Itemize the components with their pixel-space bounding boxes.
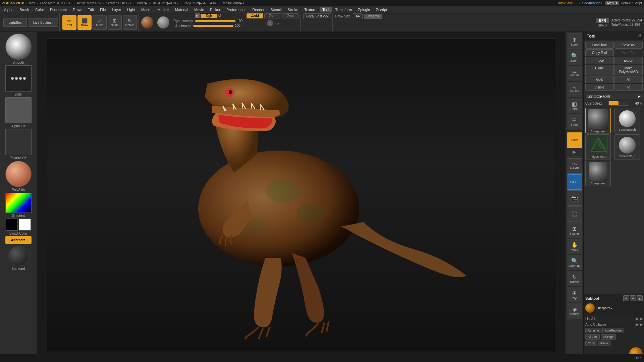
rotate-viewport-button[interactable]: ↻ Rotate (567, 271, 582, 286)
auto-collapse-arrow-left[interactable]: ▶ (640, 322, 643, 327)
menu-picker[interactable]: Picker (207, 7, 223, 12)
menus-button[interactable]: Menus (605, 1, 619, 5)
bpr-render-button[interactable]: BPR (596, 18, 609, 23)
edit-button[interactable]: ✏ Edit (62, 15, 76, 30)
focal-shift-control[interactable]: Focal Shift -55 (303, 13, 331, 19)
menu-movie[interactable]: Movie (192, 7, 207, 12)
menu-render[interactable]: Render (250, 7, 267, 12)
tool-cuerpotrex2[interactable]: Cuerpotrex (585, 161, 611, 186)
lightbox-tools-header[interactable]: Lightbox▶Tools ▶ (585, 94, 643, 99)
paste-button[interactable]: Paste (598, 341, 610, 346)
paste-tool-button[interactable]: Paste Tool (614, 49, 643, 56)
all-button[interactable]: All (614, 76, 643, 83)
visible-button[interactable]: Visible (585, 84, 614, 91)
draw-size-value[interactable]: 64 (353, 13, 363, 19)
tool-simplebrush[interactable]: SimpleBrush (614, 108, 640, 133)
aahalf-button[interactable]: ½ AAHalf (567, 82, 582, 97)
actual-button[interactable]: 1:1 Actual (567, 66, 582, 81)
tool-sphere3d1[interactable]: Sphere3D_1 (614, 134, 640, 160)
dynamic-button[interactable]: Dynamic (364, 14, 382, 19)
dots-preview[interactable] (5, 65, 32, 92)
see-through-button[interactable]: See-through 0 (582, 1, 603, 5)
zoom3d-button[interactable]: 🔍 Zoom3D (567, 255, 582, 270)
texture-thumbnail[interactable] (5, 129, 32, 155)
frame-button[interactable]: ⊞ Frame (567, 223, 582, 238)
copy-button[interactable]: Copy (585, 341, 597, 346)
tool-cuerpotrex[interactable]: Cuerpotrex (585, 108, 611, 133)
copy-tool-button[interactable]: Copy Tool (585, 49, 614, 56)
mrgb-toggle[interactable]: M (195, 13, 200, 18)
goz-button[interactable]: GoZ (585, 76, 614, 83)
clone-button[interactable]: Clone (585, 65, 614, 75)
polyskin-sphere[interactable] (5, 161, 32, 187)
menu-preferences[interactable]: Preferences (224, 7, 249, 12)
menu-tool[interactable]: Tool (320, 7, 332, 12)
material-sphere[interactable] (141, 16, 153, 28)
polyf-button[interactable]: ⊞ PolyF (567, 287, 582, 302)
rgb-intensity-slider[interactable] (195, 20, 235, 22)
menu-file[interactable]: File (97, 7, 109, 12)
menu-transform[interactable]: Transform (332, 7, 355, 12)
gradient-box[interactable] (5, 193, 32, 213)
alpha-thumbnail[interactable] (5, 97, 32, 123)
lightbox-button[interactable]: LightBox (3, 18, 27, 27)
menu-edit[interactable]: Edit (85, 7, 97, 12)
headphone-button[interactable]: 🎧 (567, 206, 582, 222)
menu-stroke[interactable]: Stroke (285, 7, 301, 12)
rgb-value-box[interactable]: Rgb (201, 14, 217, 18)
menu-brush[interactable]: Brush (17, 7, 32, 12)
export-button[interactable]: Export (614, 57, 643, 64)
scale-button[interactable]: ⊞ Scale (108, 15, 122, 30)
color-swatch-white[interactable] (19, 219, 31, 231)
menu-material[interactable]: Material (172, 7, 191, 12)
menu-stencil[interactable]: Stencil (268, 7, 284, 12)
transp-button[interactable]: ◈ Transp (567, 303, 582, 318)
all-low-button[interactable]: All Low (585, 334, 600, 340)
lsym-button[interactable]: LSy L.Sym (567, 158, 582, 174)
move-button[interactable]: ⤢ Move (93, 15, 107, 30)
menu-texture[interactable]: Texture (302, 7, 319, 12)
alternate-button[interactable]: Alternate (5, 236, 32, 244)
subtool-arrow-down-button[interactable]: ▼ (630, 295, 636, 301)
tool-reset-icon[interactable]: ↺ (637, 33, 641, 39)
zcut-button[interactable]: Zcut (282, 13, 299, 18)
color-sphere[interactable] (157, 16, 169, 28)
subtool-item-cuerpotrex[interactable]: Cuerpotrex (585, 303, 643, 313)
draw-button[interactable]: ⬛ Draw (77, 15, 92, 30)
live-boolean-button[interactable]: Live Boolean (28, 18, 58, 27)
save-as-button[interactable]: Save As (614, 42, 643, 49)
import-button[interactable]: Import (585, 57, 614, 64)
menu-document[interactable]: Document (47, 7, 69, 12)
viewport-canvas[interactable] (47, 39, 555, 352)
list-all-arrow-right[interactable]: ▶ (636, 316, 639, 321)
collapse-icon[interactable]: ▶ (573, 149, 576, 155)
subtool-arrow-up-button[interactable]: ▲ (637, 295, 643, 301)
menu-color[interactable]: Color (33, 7, 47, 12)
brush-preview[interactable] (5, 34, 32, 60)
floor-button[interactable]: ⊟ Floor (567, 114, 582, 129)
standard-material-sphere[interactable] (8, 246, 29, 266)
list-all-arrow-left[interactable]: ▶ (640, 316, 643, 321)
camera-button[interactable]: 📷 (567, 190, 582, 206)
make-polymesh3d-button[interactable]: Make PolyMesh3D (614, 65, 643, 75)
scroll-button[interactable]: ⊕ Scroll (567, 34, 582, 49)
tool-polymesh3d[interactable]: PolyMesh3D (585, 134, 611, 160)
cuerpotrex-slider[interactable] (608, 101, 629, 106)
load-tool-button[interactable]: Load Tool (585, 42, 614, 49)
canvas-area[interactable]: ◀ ▶ (37, 32, 565, 362)
zoom-button[interactable]: 🔍 Zoom (567, 50, 582, 65)
menu-alpha[interactable]: Alpha (1, 7, 16, 12)
menu-draw[interactable]: Draw (70, 7, 84, 12)
zsub-button[interactable]: Zsub (264, 13, 281, 18)
menu-macro[interactable]: Macro (139, 7, 154, 12)
xyz-button[interactable]: OXYZ (567, 174, 582, 190)
menu-layer[interactable]: Layer (109, 7, 124, 12)
color-swatch-black[interactable] (6, 219, 18, 231)
zadd-button[interactable]: Zadd (247, 13, 263, 18)
quicksave-button[interactable]: QuickSave (556, 1, 573, 5)
menu-light[interactable]: Light (124, 7, 138, 12)
menu-zscript[interactable]: Zscript (373, 7, 390, 12)
all-high-button[interactable]: All High (601, 334, 616, 340)
auto-reorder-button[interactable]: AutoReorder (602, 328, 624, 333)
z-intensity-slider[interactable] (193, 25, 233, 27)
